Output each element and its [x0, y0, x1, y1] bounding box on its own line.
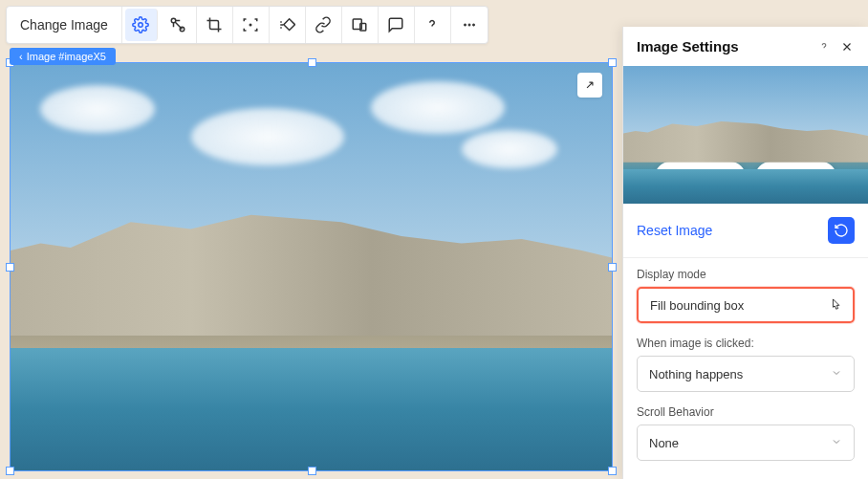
comment-icon[interactable] [379, 7, 415, 43]
svg-rect-4 [284, 19, 295, 31]
help-icon[interactable] [415, 7, 451, 43]
when-clicked-section: When image is clicked: Nothing happens [623, 327, 868, 396]
display-mode-label: Display mode [637, 268, 855, 281]
panel-header: Image Settings [623, 27, 868, 66]
expand-button[interactable] [577, 73, 602, 98]
svg-point-1 [172, 18, 177, 23]
chevron-left-icon: ‹ [19, 51, 23, 62]
display-mode-dropdown[interactable]: Fill bounding box [637, 287, 855, 323]
when-clicked-value: Nothing happens [649, 367, 743, 381]
image-canvas[interactable] [10, 62, 613, 471]
undo-button[interactable] [828, 217, 855, 244]
breadcrumb-label: Image #imageX5 [27, 51, 106, 62]
resize-handle[interactable] [608, 467, 617, 475]
settings-icon[interactable] [125, 9, 158, 41]
when-clicked-dropdown[interactable]: Nothing happens [637, 356, 855, 392]
cursor-icon [828, 297, 843, 317]
image-settings-panel: Image Settings Change Adjust Reset Image… [622, 27, 868, 479]
reset-row: Reset Image [623, 204, 868, 258]
cut-icon[interactable] [161, 7, 197, 43]
responsive-icon[interactable] [342, 7, 379, 43]
crop-icon[interactable] [197, 7, 233, 43]
resize-handle[interactable] [6, 263, 14, 272]
svg-point-3 [250, 24, 252, 26]
resize-handle[interactable] [308, 467, 316, 475]
resize-handle[interactable] [308, 58, 316, 67]
panel-help-icon[interactable] [816, 39, 832, 54]
svg-point-7 [464, 24, 466, 26]
display-mode-section: Display mode Fill bounding box [623, 258, 868, 327]
image-toolbar: Change Image [6, 6, 488, 44]
when-clicked-label: When image is clicked: [637, 337, 855, 350]
scroll-behavior-section: Scroll Behavior None [623, 396, 868, 465]
breadcrumb[interactable]: ‹ Image #imageX5 [10, 48, 116, 65]
scroll-behavior-value: None [649, 436, 679, 450]
more-icon[interactable] [451, 7, 488, 43]
panel-preview: Change Adjust [623, 66, 868, 204]
animation-icon[interactable] [270, 7, 306, 43]
close-icon[interactable] [839, 39, 855, 54]
change-image-button[interactable]: Change Image [7, 7, 122, 43]
svg-point-8 [468, 24, 470, 26]
focus-icon[interactable] [233, 7, 270, 43]
panel-title: Image Settings [637, 38, 809, 54]
scroll-behavior-label: Scroll Behavior [637, 405, 855, 419]
reset-image-link[interactable]: Reset Image [637, 223, 828, 238]
svg-point-0 [139, 23, 143, 28]
scroll-behavior-dropdown[interactable]: None [637, 425, 855, 461]
chevron-down-icon [831, 436, 842, 450]
resize-handle[interactable] [608, 263, 617, 272]
link-icon[interactable] [306, 7, 342, 43]
display-mode-value: Fill bounding box [650, 298, 744, 313]
resize-handle[interactable] [6, 467, 14, 475]
chevron-down-icon [831, 367, 842, 381]
resize-handle[interactable] [608, 58, 617, 67]
svg-point-9 [472, 24, 474, 26]
